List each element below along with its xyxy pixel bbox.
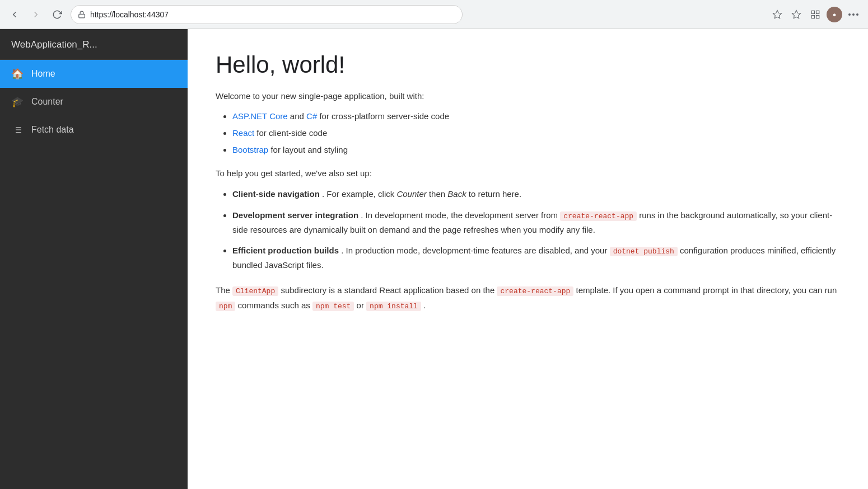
sidebar-item-counter[interactable]: 🎓 Counter bbox=[0, 88, 188, 116]
reload-button[interactable] bbox=[49, 7, 65, 22]
list-item: Client-side navigation . For example, cl… bbox=[232, 187, 840, 201]
sidebar-item-fetch-data-label: Fetch data bbox=[31, 125, 74, 135]
toolbar-icons: ● bbox=[769, 7, 861, 22]
svg-rect-7 bbox=[816, 15, 819, 18]
svg-point-9 bbox=[852, 13, 855, 16]
sidebar-item-counter-label: Counter bbox=[31, 97, 63, 107]
browser-chrome: https://localhost:44307 ● bbox=[0, 0, 868, 29]
profile-avatar[interactable]: ● bbox=[827, 7, 842, 22]
npm-install-code: npm install bbox=[366, 302, 421, 311]
url-input[interactable]: https://localhost:44307 bbox=[90, 10, 455, 19]
svg-rect-0 bbox=[79, 14, 85, 17]
detail-list: Client-side navigation . For example, cl… bbox=[232, 187, 840, 272]
favorites-star-button[interactable] bbox=[769, 7, 785, 22]
main-content: Hello, world! Welcome to your new single… bbox=[188, 29, 868, 489]
list-item: Bootstrap for layout and styling bbox=[232, 143, 840, 157]
csharp-link[interactable]: C# bbox=[306, 111, 317, 121]
counter-icon: 🎓 bbox=[11, 96, 24, 108]
bottom-text-2: subdirectory is a standard React applica… bbox=[281, 285, 497, 295]
bottom-text-3: template. If you open a command prompt i… bbox=[576, 285, 837, 295]
bottom-text-4: commands such as bbox=[238, 300, 312, 310]
react-link[interactable]: React bbox=[232, 128, 254, 138]
npm-code: npm bbox=[216, 302, 235, 311]
app-layout: WebApplication_R... 🏠 Home 🎓 Counter Fet… bbox=[0, 29, 868, 489]
npm-test-code: npm test bbox=[312, 302, 354, 311]
sidebar: WebApplication_R... 🏠 Home 🎓 Counter Fet… bbox=[0, 29, 188, 489]
list-item: React for client-side code bbox=[232, 126, 840, 140]
bottom-text-1: The bbox=[216, 285, 232, 295]
intro-text: Welcome to your new single-page applicat… bbox=[216, 90, 840, 103]
list-item: Development server integration . In deve… bbox=[232, 208, 840, 237]
svg-point-8 bbox=[848, 13, 851, 16]
dotnet-publish-code: dotnet publish bbox=[610, 247, 678, 256]
list-item: Efficient production builds . In product… bbox=[232, 243, 840, 272]
fetch-data-icon bbox=[11, 124, 24, 136]
app-title: WebApplication_R... bbox=[0, 29, 188, 60]
more-button[interactable] bbox=[846, 7, 861, 22]
sidebar-item-fetch-data[interactable]: Fetch data bbox=[0, 116, 188, 144]
svg-marker-1 bbox=[773, 10, 782, 18]
svg-point-10 bbox=[856, 13, 858, 16]
bottom-text: The ClientApp subdirectory is a standard… bbox=[216, 283, 840, 313]
collections-button[interactable] bbox=[788, 7, 804, 22]
bottom-text-6: . bbox=[423, 300, 426, 310]
svg-marker-2 bbox=[792, 10, 801, 18]
sidebar-item-home-label: Home bbox=[31, 69, 55, 79]
svg-rect-4 bbox=[811, 11, 814, 13]
page-title: Hello, world! bbox=[216, 51, 840, 78]
forward-button[interactable] bbox=[28, 7, 44, 22]
create-react-app-code2: create-react-app bbox=[497, 286, 573, 296]
aspnet-core-link[interactable]: ASP.NET Core bbox=[232, 111, 288, 121]
bootstrap-link[interactable]: Bootstrap bbox=[232, 145, 268, 154]
bottom-text-5: or bbox=[357, 300, 367, 310]
lock-icon bbox=[78, 11, 86, 18]
clientapp-code: ClientApp bbox=[232, 286, 278, 296]
svg-rect-5 bbox=[816, 11, 819, 13]
tab-button[interactable] bbox=[808, 7, 823, 22]
svg-rect-6 bbox=[811, 15, 814, 18]
setup-intro: To help you get started, we've also set … bbox=[216, 167, 840, 180]
create-react-app-code: create-react-app bbox=[560, 211, 637, 221]
home-icon: 🏠 bbox=[11, 68, 24, 80]
address-bar[interactable]: https://localhost:44307 bbox=[71, 5, 463, 24]
feature-list: ASP.NET Core and C# for cross-platform s… bbox=[232, 110, 840, 157]
back-button[interactable] bbox=[7, 7, 22, 22]
sidebar-item-home[interactable]: 🏠 Home bbox=[0, 60, 188, 88]
list-item: ASP.NET Core and C# for cross-platform s… bbox=[232, 110, 840, 123]
